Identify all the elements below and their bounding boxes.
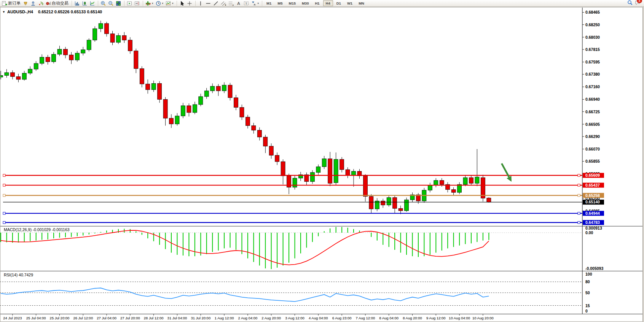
svg-text:24 Jul 2023: 24 Jul 2023	[3, 316, 22, 320]
shapes-icon	[251, 1, 257, 6]
symbol-dropdown-icon[interactable]: ▼	[2, 10, 5, 14]
candlestick-button[interactable]	[81, 0, 88, 6]
svg-text:2 Aug 04:00: 2 Aug 04:00	[238, 316, 258, 320]
svg-text:0.67380: 0.67380	[585, 72, 600, 76]
chevron-down-icon: ▾	[258, 2, 259, 5]
svg-text:0.67595: 0.67595	[585, 60, 600, 64]
indicators-button[interactable]: ▾	[144, 0, 155, 6]
notifications-button[interactable]: 1	[635, 0, 640, 7]
timeframe-w1[interactable]: W1	[344, 0, 355, 6]
templates-button[interactable]: ▾	[164, 0, 175, 6]
toolbar-separator	[175, 1, 177, 6]
text-button[interactable]: A	[235, 0, 242, 6]
periods-icon	[156, 1, 161, 6]
symbol-period-label: AUDUSD-,H4	[7, 10, 33, 14]
svg-text:31 Jul 20:00: 31 Jul 20:00	[191, 316, 210, 320]
timeframe-m30[interactable]: M30	[299, 0, 311, 6]
toolbar-separator	[141, 1, 143, 6]
timeframe-h1[interactable]: H1	[312, 0, 322, 6]
chevron-down-icon: ▾	[152, 2, 153, 5]
zoom-out-icon	[108, 1, 113, 6]
chart-shift-button[interactable]	[133, 0, 141, 6]
svg-text:0.000913: 0.000913	[585, 226, 602, 230]
chevron-down-icon: ▾	[162, 2, 164, 5]
svg-text:0.66505: 0.66505	[585, 122, 600, 127]
svg-text:0.68030: 0.68030	[585, 35, 600, 40]
timeframe-m15[interactable]: M15	[286, 0, 298, 6]
svg-text:F: F	[233, 4, 234, 6]
crosshair-icon	[187, 1, 192, 6]
toolbar-separator	[123, 1, 124, 6]
bar-chart-button[interactable]	[73, 0, 81, 6]
svg-text:0.65140: 0.65140	[585, 200, 600, 204]
svg-text:0: 0	[585, 309, 588, 313]
new-order-button-label: 新订单	[8, 0, 21, 6]
timeframe-mn[interactable]: MN	[356, 0, 367, 6]
channel-icon: E	[221, 1, 226, 6]
bucket-icon	[23, 1, 28, 6]
svg-text:0.68250: 0.68250	[585, 22, 600, 27]
equidistant-channel-button[interactable]: E	[220, 0, 227, 6]
notification-badge: 1	[637, 0, 642, 3]
auto-scroll-button[interactable]	[126, 0, 133, 6]
rsi-label: RSI(14) 40.7429	[4, 273, 33, 277]
horizontal-line-button[interactable]	[204, 0, 212, 6]
templates-icon	[166, 1, 171, 6]
zoom-in-button[interactable]	[99, 0, 107, 6]
hline-icon	[206, 1, 211, 6]
svg-text:9 Aug 12:00: 9 Aug 12:00	[426, 316, 446, 320]
svg-text:100: 100	[585, 272, 592, 276]
svg-text:7 Aug 12:00: 7 Aug 12:00	[356, 316, 375, 320]
text-label-button[interactable]: T	[242, 0, 250, 6]
search-button[interactable]	[627, 0, 633, 7]
chart-shift-icon	[134, 1, 140, 6]
fibonacci-button[interactable]: F	[227, 0, 235, 6]
price-chart[interactable]: 0.684650.682500.680300.678150.675950.673…	[0, 7, 644, 322]
new-order-button[interactable]: 新订单	[1, 0, 22, 6]
text-icon: A	[236, 1, 241, 6]
trendline-icon	[213, 1, 218, 6]
svg-text:0.66940: 0.66940	[585, 97, 600, 102]
community-button[interactable]	[29, 0, 37, 6]
cursor-button[interactable]	[178, 0, 186, 6]
svg-text:0.65855: 0.65855	[585, 159, 600, 163]
signals-icon	[38, 1, 43, 6]
timeframe-m1[interactable]: M1	[264, 0, 274, 6]
label-icon: T	[244, 1, 249, 6]
svg-text:0.64944: 0.64944	[585, 211, 600, 216]
trendline-button[interactable]	[212, 0, 220, 6]
tile-windows-button[interactable]	[115, 0, 122, 6]
svg-text:10 Aug 20:00: 10 Aug 20:00	[472, 316, 494, 320]
line-chart-icon	[89, 1, 95, 6]
timeframe-h4[interactable]: H4	[323, 0, 333, 6]
svg-text:80: 80	[585, 279, 590, 284]
arrows-button[interactable]: ▾	[250, 0, 260, 6]
vertical-line-button[interactable]	[197, 0, 204, 6]
timeframe-d1[interactable]: D1	[334, 0, 344, 6]
autotrading-button-label: 自动交易	[52, 0, 69, 6]
zoom-out-button[interactable]	[107, 0, 115, 6]
crosshair-button[interactable]	[186, 0, 193, 6]
tile-windows-icon	[116, 1, 121, 6]
ohlc-values: 0.65212 0.65226 0.65133 0.65140	[38, 10, 102, 14]
svg-text:50: 50	[585, 290, 590, 295]
macd-label: MACD(12,26,9) -0.001029 -0.001163	[4, 227, 70, 232]
periods-button[interactable]: ▾	[155, 0, 165, 6]
signals-button[interactable]	[37, 0, 45, 6]
svg-text:0.00: 0.00	[585, 230, 593, 235]
toolbar-separator	[194, 1, 196, 6]
autotrading-button[interactable]: 自动交易	[45, 0, 70, 6]
svg-text:A: A	[237, 1, 240, 6]
line-chart-button[interactable]	[88, 0, 96, 6]
svg-text:4 Aug 04:00: 4 Aug 04:00	[309, 316, 328, 320]
svg-text:6 Aug 23:00: 6 Aug 23:00	[332, 316, 352, 320]
toolbar: 新订单自动交易▾▾▾EFAT▾ M1M5M15M30H1H4D1W1MN 1	[0, 0, 644, 7]
styler-button[interactable]	[22, 0, 29, 6]
toolbar-separator	[70, 1, 72, 6]
timeframe-m5[interactable]: M5	[275, 0, 285, 6]
svg-text:T: T	[245, 2, 247, 5]
svg-text:0.66070: 0.66070	[585, 147, 600, 151]
svg-text:8 Aug 20:00: 8 Aug 20:00	[403, 316, 422, 320]
chevron-down-icon: ▾	[172, 2, 174, 5]
autotrading-icon	[46, 1, 51, 6]
